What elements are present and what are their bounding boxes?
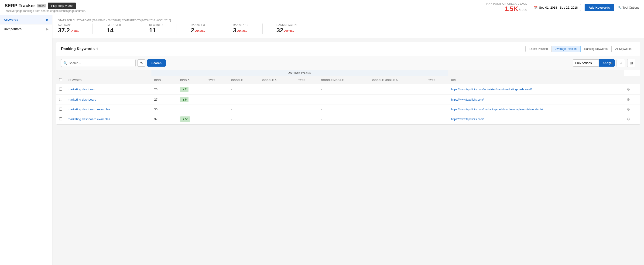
row-mtype: [426, 95, 448, 105]
calendar-icon: 📅: [534, 6, 538, 9]
row-keyword: marketing dashboard: [65, 84, 152, 95]
stats-label: STATS FOR CUSTOM DATE [09/01/2018 - 09/2…: [58, 19, 638, 22]
row-gear: ⚙: [624, 84, 640, 95]
row-google-mobile-delta: [370, 95, 426, 105]
bulk-actions-select[interactable]: Bulk Actions: [573, 59, 599, 67]
th-bing-up: BING ↑: [152, 76, 178, 84]
row-checkbox-1[interactable]: [59, 98, 62, 101]
app-header: SERP Tracker BETA Play Help Video Discov…: [0, 0, 644, 15]
stat-ranks-4-10-value: 3: [233, 27, 236, 34]
row-gtype: [296, 114, 318, 124]
th-google-delta: GOOGLE Δ: [260, 76, 296, 84]
row-url: https://www.tapclicks.com/industries/bra…: [448, 84, 624, 95]
info-icon[interactable]: ℹ: [96, 47, 98, 51]
filter-icon: ⚗: [140, 61, 143, 65]
row-google-mobile: -: [318, 114, 369, 124]
table-row: marketing dashboard examples 37 ▲50 - - …: [56, 114, 640, 124]
row-checkbox-3[interactable]: [59, 117, 62, 120]
stat-ranks-1-3-value: 2: [191, 27, 194, 34]
row-gear: ⚙: [624, 95, 640, 105]
stat-ranks-1-3-label: RANKS 1-3: [191, 23, 205, 26]
list-view-button[interactable]: 🖥: [616, 59, 625, 67]
row-bing: 30: [152, 105, 178, 114]
row-gtype: [296, 84, 318, 95]
row-keyword: marketing dashboard examples: [65, 105, 152, 114]
gear-button-3[interactable]: ⚙: [627, 117, 630, 121]
row-checkbox-cell: [56, 105, 65, 114]
row-checkbox-2[interactable]: [59, 108, 62, 111]
ranking-header: Ranking Keywords ℹ Latest Position Avera…: [56, 42, 640, 56]
table-row: marketing dashboard 27 ▲6 - - https://ww…: [56, 95, 640, 105]
row-type-1: [206, 84, 228, 95]
tool-options-button[interactable]: 🔧 Tool Options: [618, 6, 639, 9]
columns-button[interactable]: ⊞: [627, 59, 636, 67]
row-google-mobile: -: [318, 84, 369, 95]
tab-average-position[interactable]: Average Position: [552, 46, 581, 52]
tab-all-keywords[interactable]: All Keywords: [612, 46, 636, 52]
row-checkbox-0[interactable]: [59, 88, 62, 91]
row-bing-delta: ▲2: [177, 84, 206, 95]
search-input[interactable]: [61, 59, 136, 67]
help-video-button[interactable]: Play Help Video: [48, 2, 76, 9]
apply-button[interactable]: Apply: [599, 59, 615, 67]
keyword-link-1[interactable]: marketing dashboard: [68, 98, 96, 101]
th-keyword-col: KEYWORD: [65, 76, 152, 84]
delta-badge-1: ▲6: [180, 97, 188, 102]
url-link-2[interactable]: https://www.tapclicks.com/marketing-dash…: [451, 108, 543, 111]
header-right: RANK POSITION CHECK USAGE 1.5K /1200 📅 S…: [485, 2, 639, 12]
th-actions: [448, 70, 624, 76]
date-range-label: Sep 01, 2018 - Sep 26, 2018: [539, 6, 578, 9]
url-link-0[interactable]: https://www.tapclicks.com/industries/bra…: [451, 88, 532, 91]
stat-ranks-4-10-label: RANKS 4-10: [233, 23, 248, 26]
th-google: GOOGLE: [228, 76, 260, 84]
stat-ranks-4-10-change: -50.0%: [237, 29, 247, 33]
row-google-delta: [260, 95, 296, 105]
chevron-right-icon-2: ▶: [46, 27, 48, 31]
stat-declined-value: 11: [149, 27, 156, 34]
select-all-checkbox[interactable]: [59, 78, 62, 81]
date-picker-button[interactable]: 📅 Sep 01, 2018 - Sep 26, 2018: [531, 4, 581, 11]
row-mtype: [426, 114, 448, 124]
bulk-actions-wrap: Bulk Actions ▼ Apply: [573, 59, 615, 67]
stat-improved: IMPROVED 14: [107, 23, 121, 34]
th-type-2: TYPE: [296, 76, 318, 84]
th-gear: [624, 76, 640, 84]
stat-divider-5: [262, 23, 262, 34]
keywords-table: AUTHORITYLABS KEYWORD BING ↑ BING Δ TYPE…: [56, 70, 640, 124]
keyword-link-3[interactable]: marketing dashboard examples: [68, 117, 110, 121]
keywords-table-wrap: AUTHORITYLABS KEYWORD BING ↑ BING Δ TYPE…: [56, 70, 640, 124]
th-keyword: [65, 70, 152, 76]
header-left: SERP Tracker BETA Play Help Video Discov…: [5, 2, 86, 12]
row-google-mobile-delta: [370, 105, 426, 114]
sidebar-item-keywords[interactable]: Keywords ▶: [0, 15, 52, 24]
row-google: -: [228, 105, 260, 114]
row-mtype: [426, 105, 448, 114]
sidebar-item-competitors[interactable]: Competitors ▶: [0, 24, 52, 33]
row-url: https://www.tapclicks.com/marketing-dash…: [448, 105, 624, 114]
gear-button-0[interactable]: ⚙: [627, 87, 630, 91]
row-gear: ⚙: [624, 105, 640, 114]
th-authoritylabs: AUTHORITYLABS: [152, 70, 448, 76]
row-keyword: marketing dashboard: [65, 95, 152, 105]
delta-badge-0: ▲2: [180, 87, 188, 92]
stat-ranks-page2: RANKS PAGE 2+ 32 -37.3%: [276, 23, 298, 34]
row-type-1: [206, 105, 228, 114]
row-bing: 37: [152, 114, 178, 124]
url-link-3[interactable]: https://www.tapclicks.com/: [451, 118, 484, 121]
row-bing: 26: [152, 84, 178, 95]
gear-button-2[interactable]: ⚙: [627, 107, 630, 112]
gear-button-1[interactable]: ⚙: [627, 97, 630, 102]
table-row: marketing dashboard 26 ▲2 - - https://ww…: [56, 84, 640, 95]
usage-label: RANK POSITION CHECK USAGE: [485, 2, 527, 5]
url-link-1[interactable]: https://www.tapclicks.com/: [451, 98, 484, 101]
chevron-right-icon: ▶: [46, 18, 48, 21]
columns-icon: ⊞: [630, 61, 633, 65]
keyword-link-0[interactable]: marketing dashboard: [68, 88, 96, 91]
add-keywords-button[interactable]: Add Keywords: [584, 4, 614, 11]
search-button[interactable]: Search: [147, 59, 166, 67]
tab-latest-position[interactable]: Latest Position: [526, 46, 552, 52]
row-url: https://www.tapclicks.com/: [448, 114, 624, 124]
filter-button[interactable]: ⚗: [138, 59, 146, 67]
keyword-link-2[interactable]: marketing dashboard examples: [68, 108, 110, 111]
tab-ranking-keywords[interactable]: Ranking Keywords: [581, 46, 612, 52]
